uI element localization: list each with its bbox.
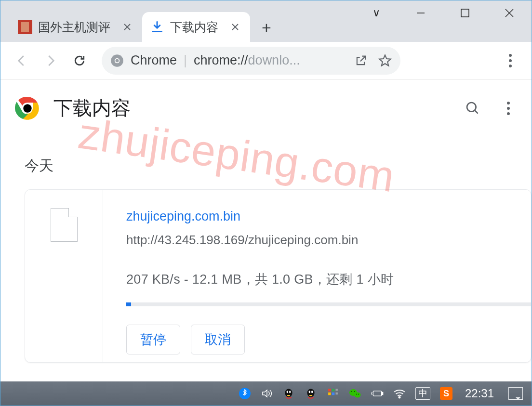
svg-rect-37 — [373, 391, 381, 396]
svg-rect-1 — [461, 9, 469, 17]
svg-point-18 — [286, 391, 288, 393]
tab-title: 国外主机测评 — [38, 19, 110, 35]
svg-point-32 — [354, 393, 360, 398]
svg-point-39 — [399, 397, 400, 398]
tab-title: 下载内容 — [170, 19, 218, 35]
svg-point-33 — [351, 391, 352, 392]
notifications-icon[interactable] — [508, 387, 523, 400]
minimize-button[interactable] — [399, 0, 443, 26]
taskbar: 中 S 22:31 — [0, 381, 532, 406]
qq-icon[interactable] — [282, 387, 295, 400]
chevron-down-icon[interactable] — [354, 0, 399, 26]
svg-rect-26 — [332, 389, 335, 392]
chrome-logo-icon — [15, 96, 40, 121]
clock[interactable]: 22:31 — [465, 387, 494, 400]
svg-point-35 — [356, 394, 357, 395]
svg-rect-38 — [382, 392, 383, 394]
omnibox-url-dark: chrome:// — [194, 53, 248, 67]
svg-point-15 — [467, 103, 476, 112]
page-header: 下载内容 — [0, 79, 532, 121]
close-tab-icon[interactable] — [229, 21, 241, 33]
download-icon — [150, 20, 164, 34]
download-card: zhujiceping.com.bin http://43.245.198.16… — [25, 189, 532, 363]
back-button[interactable] — [9, 48, 34, 73]
download-status: 207 KB/s - 12.1 MB，共 1.0 GB，还剩 1 小时 — [126, 271, 531, 288]
file-icon-column — [25, 190, 103, 362]
new-tab-button[interactable]: + — [254, 15, 279, 40]
svg-point-34 — [354, 391, 355, 392]
section-today-label: 今天 — [0, 121, 532, 176]
svg-rect-27 — [328, 393, 331, 395]
svg-rect-29 — [335, 389, 337, 391]
download-url: http://43.245.198.169/zhujiceping.com.bi… — [126, 233, 531, 248]
downloads-page: 下载内容 今天 zhujiceping.com.bin http://43.24… — [0, 79, 532, 381]
toolbar: Chrome | chrome://downlo... — [0, 42, 532, 79]
wifi-icon[interactable] — [393, 387, 406, 400]
close-window-button[interactable] — [487, 0, 532, 26]
svg-point-36 — [358, 394, 359, 395]
omnibox-chrome-label: Chrome — [131, 53, 177, 68]
svg-rect-30 — [335, 393, 337, 394]
wechat-icon[interactable] — [349, 387, 361, 400]
app-grid-icon[interactable] — [327, 387, 339, 400]
qq-icon[interactable] — [305, 387, 317, 400]
download-filename[interactable]: zhujiceping.com.bin — [126, 209, 531, 224]
svg-point-14 — [23, 104, 31, 112]
system-tray: 中 S 22:31 — [239, 387, 523, 400]
pause-button[interactable]: 暂停 — [126, 325, 180, 354]
svg-point-22 — [308, 391, 310, 393]
page-title: 下载内容 — [53, 95, 131, 121]
share-icon[interactable] — [354, 54, 368, 67]
svg-point-23 — [311, 391, 313, 393]
svg-point-19 — [289, 391, 291, 393]
chrome-icon — [110, 54, 124, 67]
bookmark-icon[interactable] — [378, 54, 392, 67]
progress-fill — [126, 302, 131, 306]
browser-menu-button[interactable] — [498, 48, 523, 73]
more-menu-icon[interactable] — [500, 100, 517, 117]
sogou-ime-icon[interactable]: S — [440, 387, 452, 400]
omnibox-url-light: downlo... — [248, 53, 300, 67]
maximize-button[interactable] — [443, 0, 487, 26]
forward-button[interactable] — [38, 48, 63, 73]
volume-icon[interactable] — [260, 387, 273, 400]
window-controls — [354, 0, 532, 26]
reload-button[interactable] — [67, 48, 92, 73]
address-bar[interactable]: Chrome | chrome://downlo... — [102, 47, 400, 75]
svg-point-24 — [309, 395, 313, 396]
cancel-button[interactable]: 取消 — [191, 325, 245, 354]
battery-icon[interactable] — [371, 387, 384, 400]
tab-downloads[interactable]: 下载内容 — [142, 12, 250, 42]
file-icon — [51, 208, 78, 242]
svg-line-16 — [475, 110, 478, 114]
tab-foreign-host-review[interactable]: 国外主机测评 — [10, 12, 142, 42]
close-tab-icon[interactable] — [121, 21, 133, 33]
ime-indicator[interactable]: 中 — [415, 387, 430, 400]
site-favicon — [18, 20, 32, 34]
svg-rect-28 — [332, 393, 335, 395]
svg-rect-25 — [328, 389, 331, 392]
search-icon[interactable] — [464, 100, 481, 117]
svg-point-11 — [116, 59, 119, 62]
download-progress-bar — [126, 302, 531, 306]
bluetooth-icon[interactable] — [239, 388, 251, 399]
svg-point-20 — [287, 395, 291, 396]
